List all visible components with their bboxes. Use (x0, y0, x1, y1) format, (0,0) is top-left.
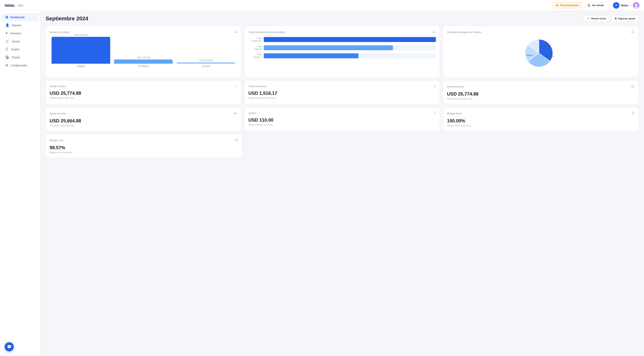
ticket-promedio-card: Ticket promedio $ USD 1,516.17 Ventas pr… (244, 80, 440, 104)
margen-bruto-sub: Margen bruto este mes (447, 124, 634, 127)
svg-rect-15 (234, 113, 235, 114)
sidebar-item-configuracion[interactable]: ⚙Configuración (2, 61, 38, 69)
svg-rect-9 (631, 32, 632, 33)
logo-noou: noou (4, 3, 14, 8)
sidebar-item-gastos[interactable]: 🗒Gastos (2, 46, 38, 53)
top-productos-card: Top productos/servicios vendidos PlanExp… (244, 26, 440, 77)
bar-group-pendiente: USD 3,624.98 (114, 56, 173, 64)
main-content: Septiembre 2024 🛒 Nueva venta ⊕ Ingresar… (40, 11, 644, 356)
svg-point-1 (635, 4, 637, 6)
layout: › ⊞Dashboard👤Clientes✦Servicios🛒Ventas🗒G… (0, 11, 644, 356)
sidebar-toggle[interactable]: › (38, 15, 43, 20)
sidebar-label-clientes: Clientes (12, 24, 22, 27)
gastos-card: Gastos $ USD 110.00 Gastos totales este … (244, 107, 440, 131)
tarjeta-label: Tarjeta (526, 54, 533, 56)
ventas-icon: 🛒 (5, 39, 10, 43)
page-actions: 🛒 Nueva venta ⊕ Ingresar gasto (584, 15, 639, 22)
svg-point-19 (632, 112, 634, 114)
cart-icon: 🛒 (587, 17, 590, 20)
sidebar-item-clientes[interactable]: 👤Clientes (2, 21, 38, 29)
svg-rect-13 (632, 85, 633, 88)
sidebar-label-ventas: Ventas (12, 40, 20, 43)
sidebar-item-ventas[interactable]: 🛒Ventas (2, 38, 38, 45)
sidebar-item-servicios[interactable]: ✦Servicios (2, 29, 38, 37)
user-name: Noou. (621, 4, 629, 7)
margen-neto-title: Margen neto (50, 139, 64, 142)
bar-group-pagada: USD 23,229.88 (52, 34, 110, 64)
pagos-metodo-title: Cantidad de pagos por método (447, 31, 481, 34)
bar-chart: USD 23,229.88 USD 3,624.98 USD 1,079.98 … (50, 37, 237, 73)
servicios-icon: ✦ (5, 31, 8, 35)
svg-rect-10 (632, 31, 633, 33)
plan-expansion-button[interactable]: 🏷 Plan Expansión (553, 2, 582, 8)
svg-rect-3 (234, 32, 235, 33)
chat-bubble-button[interactable]: 💬 (4, 342, 14, 351)
pie-svg: Efectivo Transfer... Tarjeta (524, 38, 558, 69)
sidebar-label-gastos: Gastos (11, 48, 19, 51)
ganancia-neta-sub: Ganancia neta este mes (50, 124, 237, 127)
ver-tienda-button[interactable]: 🏪 Ver tienda (584, 3, 606, 8)
svg-rect-5 (236, 32, 237, 33)
svg-rect-12 (631, 86, 632, 88)
margen-neto-card: Margen neto 99.57% Margen neto este mes (46, 134, 242, 158)
user-avatar (633, 2, 640, 9)
ganancia-bruta-header: Ganancia bruta (447, 84, 634, 89)
ventas-totales-sub: Ventas totales este mes (50, 97, 237, 99)
beta-badge: Beta (17, 4, 24, 7)
ganancia-bruta-sub: Ganancia bruta este mes (447, 97, 634, 100)
sidebar-label-configuracion: Configuración (10, 64, 27, 67)
ganancia-neta-card: Ganancia Neta USD 25,664.88 Ganancia net… (46, 107, 241, 131)
ganancia-bruta-value: USD 25,774.88 (447, 91, 634, 97)
stats-row-2: Ganancia Neta USD 25,664.88 Ganancia net… (46, 107, 639, 131)
bar-chart-icon-3 (631, 30, 634, 34)
settings-circle-icon (631, 111, 634, 116)
ventas-totales-title: Ventas Totales (50, 85, 66, 88)
hbar-row: PlanImpulso (248, 45, 436, 51)
nueva-venta-button[interactable]: 🛒 Nueva venta (584, 15, 609, 22)
ganancia-bruta-title: Ganancia bruta (447, 85, 464, 88)
sidebar-item-dashboard[interactable]: ⊞Dashboard (2, 13, 38, 21)
ganancia-neta-value: USD 25,664.88 (50, 118, 237, 124)
bar-value-label: USD 23,229.88 (74, 34, 88, 36)
hbar-label: PlanExpansión (248, 37, 262, 42)
top-charts-row: Ventas por estado USD 23,229.88 USD 3,62… (46, 26, 639, 77)
dollar-icon-2: $ (434, 84, 436, 88)
pie-chart: Efectivo Transfer... Tarjeta (447, 37, 634, 70)
bar-label-anulada: Anulada (176, 65, 235, 68)
top-productos-header: Top productos/servicios vendidos (248, 30, 436, 34)
ventas-por-estado-card: Ventas por estado USD 23,229.88 USD 3,62… (46, 26, 241, 77)
ver-tienda-label: Ver tienda (592, 4, 604, 7)
ventas-totales-header: Ventas Totales $ (50, 84, 237, 88)
chat-icon: 💬 (7, 344, 12, 349)
margen-bruto-title: Margen bruto (447, 112, 462, 115)
hbar-chart: PlanExpansión PlanImpulso PlanCrecimi... (248, 37, 436, 59)
gastos-header: Gastos $ (248, 111, 436, 115)
sidebar-item-tienda[interactable]: 🏪Tienda (2, 53, 38, 61)
hbar-row: PlanExpansión (248, 37, 436, 42)
hbar-label: PlanImpulso (248, 45, 262, 51)
ventas-totales-value: USD 25,774.88 (50, 91, 237, 96)
user-area[interactable]: N Noou. ▾ (613, 2, 640, 9)
bar-value-label: USD 3,624.98 (137, 56, 150, 59)
hbar-track (264, 45, 436, 50)
margen-bruto-header: Margen bruto (447, 111, 634, 116)
header-left: noou. Beta (4, 3, 24, 8)
svg-rect-4 (235, 31, 236, 33)
ingresar-gasto-button[interactable]: ⊕ Ingresar gasto (612, 15, 639, 22)
bar-group-anulada: USD 1,079.98 (176, 59, 235, 64)
svg-rect-6 (432, 32, 433, 33)
ticket-promedio-header: Ticket promedio $ (248, 84, 436, 88)
hbar-fill (264, 45, 393, 50)
sidebar: › ⊞Dashboard👤Clientes✦Servicios🛒Ventas🗒G… (0, 11, 40, 356)
noou-avatar: N (613, 2, 620, 9)
configuracion-icon: ⚙ (5, 63, 8, 67)
margen-neto-sub: Margen neto este mes (50, 151, 238, 154)
ventas-totales-card: Ventas Totales $ USD 25,774.88 Ventas to… (46, 80, 241, 104)
sidebar-label-tienda: Tienda (12, 56, 20, 59)
bar-chart-icon-2 (432, 30, 436, 34)
chevron-down-icon: ▾ (630, 4, 631, 7)
logo: noou. (4, 3, 15, 8)
ticket-promedio-title: Ticket promedio (248, 85, 266, 88)
svg-point-21 (236, 139, 237, 140)
svg-rect-17 (236, 113, 237, 114)
